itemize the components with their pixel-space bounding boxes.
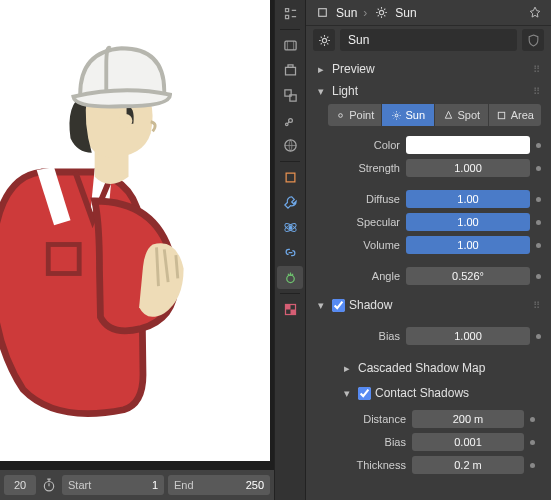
svg-point-21 bbox=[338, 113, 342, 117]
contact-enable-checkbox[interactable] bbox=[358, 387, 371, 400]
anim-dot-icon[interactable] bbox=[530, 440, 535, 445]
chevron-down-icon: ▾ bbox=[340, 387, 354, 400]
specular-field[interactable]: 1.00 bbox=[406, 213, 530, 231]
anim-dot-icon[interactable] bbox=[536, 334, 541, 339]
breadcrumb: Sun › Sun bbox=[306, 0, 551, 26]
section-preview-header[interactable]: ▸ Preview ⠿ bbox=[314, 58, 547, 80]
end-frame-field[interactable]: End 250 bbox=[168, 475, 270, 495]
svg-point-14 bbox=[286, 275, 294, 283]
drag-dots-icon[interactable]: ⠿ bbox=[533, 300, 541, 311]
prop-angle: Angle 0.526° bbox=[328, 266, 541, 286]
anim-dot-icon[interactable] bbox=[536, 166, 541, 171]
anim-dot-icon[interactable] bbox=[536, 274, 541, 279]
svg-point-22 bbox=[395, 114, 398, 117]
sun-icon bbox=[390, 109, 402, 121]
light-type-segmented: Point Sun Spot Area bbox=[328, 104, 541, 126]
tool-settings-tab-icon[interactable] bbox=[277, 2, 303, 25]
properties-tab-strip bbox=[274, 0, 306, 500]
point-icon bbox=[334, 109, 346, 121]
prop-contact-distance: Distance 200 m bbox=[334, 409, 535, 429]
svg-rect-17 bbox=[290, 310, 295, 315]
light-type-point[interactable]: Point bbox=[328, 104, 382, 126]
viewlayer-tab-icon[interactable] bbox=[277, 84, 303, 107]
output-tab-icon[interactable] bbox=[277, 59, 303, 82]
properties-scroll[interactable]: ▸ Preview ⠿ ▾ Light ⠿ Point Sun bbox=[306, 54, 551, 500]
chevron-down-icon: ▾ bbox=[314, 85, 328, 98]
scene-tab-icon[interactable] bbox=[277, 109, 303, 132]
area-icon bbox=[496, 109, 508, 121]
contact-bias-field[interactable]: 0.001 bbox=[412, 433, 524, 451]
worker-illustration bbox=[0, 27, 230, 433]
svg-rect-4 bbox=[285, 67, 295, 75]
contact-thickness-field[interactable]: 0.2 m bbox=[412, 456, 524, 474]
svg-rect-10 bbox=[286, 173, 295, 182]
canvas-area[interactable] bbox=[0, 0, 270, 461]
section-contact-body: Distance 200 m Bias 0.001 Thickness 0.2 … bbox=[328, 407, 541, 483]
spot-icon bbox=[442, 109, 454, 121]
angle-field[interactable]: 0.526° bbox=[406, 267, 530, 285]
prop-diffuse: Diffuse 1.00 bbox=[328, 189, 541, 209]
datablock-name-row bbox=[306, 26, 551, 54]
strength-field[interactable]: 1.000 bbox=[406, 159, 530, 177]
prop-strength: Strength 1.000 bbox=[328, 158, 541, 178]
anim-dot-icon[interactable] bbox=[530, 463, 535, 468]
prop-contact-bias: Bias 0.001 bbox=[334, 432, 535, 452]
texture-tab-icon[interactable] bbox=[277, 298, 303, 321]
prop-color: Color bbox=[328, 135, 541, 155]
svg-point-19 bbox=[379, 10, 383, 14]
svg-rect-23 bbox=[498, 112, 504, 118]
start-frame-field[interactable]: Start 1 bbox=[62, 475, 164, 495]
fake-user-icon[interactable] bbox=[522, 29, 544, 51]
svg-point-20 bbox=[322, 38, 326, 42]
diffuse-field[interactable]: 1.00 bbox=[406, 190, 530, 208]
shadow-enable-checkbox[interactable] bbox=[332, 299, 345, 312]
modifier-tab-icon[interactable] bbox=[277, 191, 303, 214]
light-datablock-icon[interactable] bbox=[313, 29, 335, 51]
stopwatch-icon[interactable] bbox=[40, 476, 58, 494]
data-tab-icon[interactable] bbox=[277, 266, 303, 289]
breadcrumb-data[interactable]: Sun bbox=[395, 6, 416, 20]
render-tab-icon[interactable] bbox=[277, 34, 303, 57]
color-field[interactable] bbox=[406, 136, 530, 154]
object-icon bbox=[314, 5, 330, 21]
timeline-bar: 20 Start 1 End 250 bbox=[0, 470, 274, 500]
shadow-bias-field[interactable]: 1.000 bbox=[406, 327, 530, 345]
pin-icon[interactable] bbox=[527, 5, 543, 21]
datablock-name-input[interactable] bbox=[340, 29, 517, 51]
section-light-header[interactable]: ▾ Light ⠿ bbox=[314, 80, 547, 102]
svg-rect-18 bbox=[318, 9, 326, 17]
svg-point-11 bbox=[288, 226, 292, 230]
contact-distance-field[interactable]: 200 m bbox=[412, 410, 524, 428]
current-frame-field[interactable]: 20 bbox=[4, 475, 36, 495]
svg-rect-3 bbox=[284, 41, 295, 50]
section-csm-header[interactable]: ▸ Cascaded Shadow Map bbox=[340, 357, 541, 379]
constraint-tab-icon[interactable] bbox=[277, 241, 303, 264]
anim-dot-icon[interactable] bbox=[536, 243, 541, 248]
prop-volume: Volume 1.00 bbox=[328, 235, 541, 255]
anim-dot-icon[interactable] bbox=[530, 417, 535, 422]
light-type-area[interactable]: Area bbox=[489, 104, 542, 126]
anim-dot-icon[interactable] bbox=[536, 197, 541, 202]
volume-field[interactable]: 1.00 bbox=[406, 236, 530, 254]
chevron-right-icon: › bbox=[363, 6, 367, 20]
viewport: 20 Start 1 End 250 bbox=[0, 0, 274, 500]
anim-dot-icon[interactable] bbox=[536, 220, 541, 225]
section-contact-header[interactable]: ▾ Contact Shadows bbox=[340, 382, 541, 404]
light-type-spot[interactable]: Spot bbox=[435, 104, 489, 126]
prop-shadow-bias: Bias 1.000 bbox=[328, 326, 541, 346]
breadcrumb-object[interactable]: Sun bbox=[336, 6, 357, 20]
svg-point-1 bbox=[119, 114, 133, 128]
physics-tab-icon[interactable] bbox=[277, 216, 303, 239]
world-tab-icon[interactable] bbox=[277, 134, 303, 157]
svg-point-8 bbox=[285, 123, 288, 126]
anim-dot-icon[interactable] bbox=[536, 143, 541, 148]
sun-icon bbox=[373, 5, 389, 21]
svg-rect-16 bbox=[285, 305, 290, 310]
chevron-right-icon: ▸ bbox=[314, 63, 328, 76]
drag-dots-icon[interactable]: ⠿ bbox=[533, 86, 541, 97]
drag-dots-icon[interactable]: ⠿ bbox=[533, 64, 541, 75]
object-tab-icon[interactable] bbox=[277, 166, 303, 189]
properties-panel: Sun › Sun ▸ Preview ⠿ ▾ Light ⠿ Point bbox=[306, 0, 551, 500]
section-shadow-header[interactable]: ▾ Shadow ⠿ bbox=[314, 294, 547, 316]
light-type-sun[interactable]: Sun bbox=[382, 104, 436, 126]
